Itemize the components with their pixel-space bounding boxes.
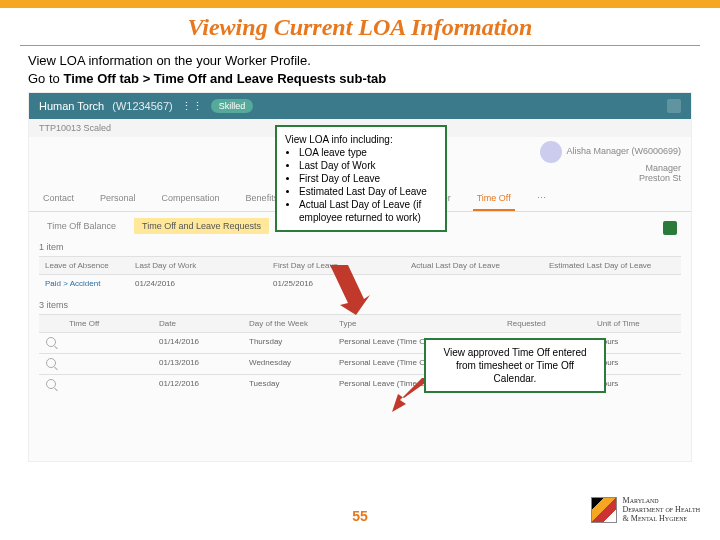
print-icon[interactable] bbox=[667, 99, 681, 113]
manager-name: Alisha Manager (W6000699) bbox=[566, 147, 681, 157]
callout-timeoff: View approved Time Off entered from time… bbox=[424, 338, 606, 393]
worker-id: (W1234567) bbox=[112, 100, 173, 112]
col-timeoff: Time Off bbox=[63, 315, 153, 332]
manager-addr: Preston St bbox=[540, 173, 681, 183]
col-est-last: Estimated Last Day of Leave bbox=[543, 257, 681, 274]
maryland-flag-icon bbox=[591, 497, 617, 523]
divider bbox=[20, 45, 700, 46]
tab-more[interactable]: ⋯ bbox=[533, 187, 550, 211]
instruct-line-1: View LOA information on the your Worker … bbox=[28, 52, 692, 70]
subtab-balance[interactable]: Time Off Balance bbox=[39, 218, 124, 234]
cell-last-work: 01/24/2016 bbox=[129, 275, 267, 292]
col-actual-last: Actual Last Day of Leave bbox=[405, 257, 543, 274]
col-leave: Leave of Absence bbox=[39, 257, 129, 274]
col-requested: Requested bbox=[501, 315, 591, 332]
arrow-icon bbox=[320, 265, 370, 315]
dept-logo: Maryland Department of Health & Mental H… bbox=[591, 496, 700, 523]
col-last-work: Last Day of Work bbox=[129, 257, 267, 274]
tab-time-off[interactable]: Time Off bbox=[473, 187, 515, 211]
col-icon bbox=[39, 315, 63, 332]
instruction-text: View LOA information on the your Worker … bbox=[0, 52, 720, 88]
tab-contact[interactable]: Contact bbox=[39, 187, 78, 211]
col-date: Date bbox=[153, 315, 243, 332]
magnifier-icon bbox=[46, 337, 56, 347]
svg-marker-0 bbox=[330, 265, 370, 315]
cell-est-last bbox=[543, 275, 681, 292]
col-dow: Day of the Week bbox=[243, 315, 333, 332]
export-excel-icon[interactable] bbox=[663, 221, 677, 235]
separator-icon: ⋮⋮ bbox=[181, 100, 203, 113]
manager-role: Manager bbox=[540, 163, 681, 173]
subtab-requests[interactable]: Time Off and Leave Requests bbox=[134, 218, 269, 234]
view-icon[interactable] bbox=[39, 333, 63, 353]
avatar-icon bbox=[540, 141, 562, 163]
col-type: Type bbox=[333, 315, 501, 332]
magnifier-icon bbox=[46, 379, 56, 389]
skilled-badge: Skilled bbox=[211, 99, 254, 113]
view-icon[interactable] bbox=[39, 375, 63, 395]
cell-leave-type[interactable]: Paid > Accident bbox=[39, 275, 129, 292]
col-unit: Unit of Time bbox=[591, 315, 681, 332]
cell-actual-last bbox=[405, 275, 543, 292]
slide-title: Viewing Current LOA Information bbox=[0, 8, 720, 45]
instruct-line-2: Go to Time Off tab > Time Off and Leave … bbox=[28, 70, 692, 88]
page-number: 55 bbox=[352, 508, 368, 524]
callout-lead: View LOA info including: bbox=[285, 133, 437, 146]
slide-footer: 55 Maryland Department of Health & Menta… bbox=[0, 500, 720, 540]
view-icon[interactable] bbox=[39, 354, 63, 374]
loa-count: 1 item bbox=[29, 240, 691, 254]
worker-header: Human Torch (W1234567) ⋮⋮ Skilled bbox=[29, 93, 691, 119]
worker-name: Human Torch bbox=[39, 100, 104, 112]
callout-loa-info: View LOA info including: LOA leave type … bbox=[275, 125, 447, 232]
tab-personal[interactable]: Personal bbox=[96, 187, 140, 211]
tab-compensation[interactable]: Compensation bbox=[158, 187, 224, 211]
top-accent-bar bbox=[0, 0, 720, 8]
magnifier-icon bbox=[46, 358, 56, 368]
